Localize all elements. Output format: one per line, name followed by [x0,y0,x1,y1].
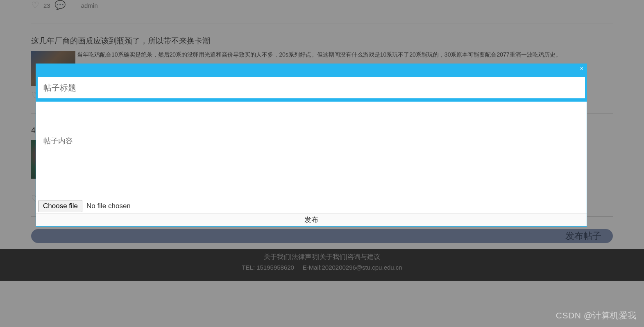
post-content-textarea[interactable] [41,107,577,197]
choose-file-button[interactable]: Choose file [39,200,82,212]
file-chosen-label: No file chosen [86,202,131,210]
close-icon[interactable]: × [580,65,583,72]
modal-scroll-area[interactable]: Choose file No file chosen [36,102,587,213]
publish-button[interactable]: 发布 [36,213,587,226]
compose-post-modal: × Choose file No file chosen 发布 [36,64,587,226]
watermark: CSDN @计算机爱我 [556,310,637,321]
file-upload-row: Choose file No file chosen [36,198,587,213]
post-title-input[interactable] [38,77,585,98]
modal-titlebar: × [36,64,587,76]
